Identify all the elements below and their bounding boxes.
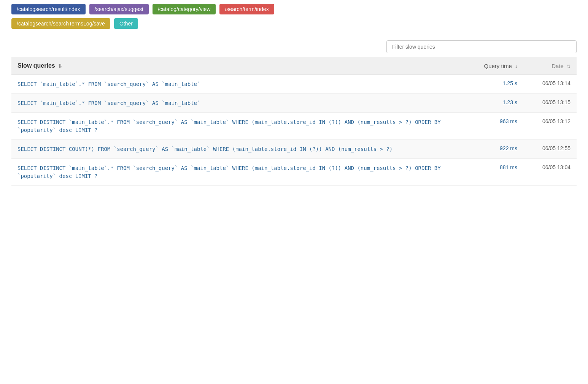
query-time-cell: 1.23 s [466,94,523,113]
query-text: SELECT DISTINCT `main_table`.* FROM `sea… [17,165,441,179]
sort-icon-query-time: ↓ [515,64,517,69]
query-text: SELECT DISTINCT COUNT(*) FROM `search_qu… [17,146,393,152]
query-time-cell: 1.25 s [466,75,523,94]
query-text: SELECT `main_table`.* FROM `search_query… [17,100,200,106]
query-time-cell: 963 ms [466,113,523,140]
table-row[interactable]: SELECT DISTINCT `main_table`.* FROM `sea… [11,113,577,140]
col-header-date[interactable]: Date ⇅ [523,57,577,75]
table-row[interactable]: SELECT `main_table`.* FROM `search_query… [11,94,577,113]
query-date-cell: 06/05 13:14 [523,75,577,94]
table-row[interactable]: SELECT DISTINCT COUNT(*) FROM `search_qu… [11,140,577,159]
sort-icon-slow-queries: ⇅ [58,63,62,69]
filter-slow-queries-input[interactable] [386,40,577,53]
col-header-slow-queries[interactable]: Slow queries ⇅ [11,57,466,75]
query-cell: SELECT DISTINCT `main_table`.* FROM `sea… [11,159,466,186]
legend-tag-search-ajax-suggest[interactable]: /search/ajax/suggest [89,4,149,14]
table-row[interactable]: SELECT `main_table`.* FROM `search_query… [11,75,577,94]
query-date-cell: 06/05 13:15 [523,94,577,113]
legend-tag-other[interactable]: Other [114,18,138,29]
table-body: SELECT `main_table`.* FROM `search_query… [11,75,577,186]
page-container: /catalogsearch/result/index /search/ajax… [0,0,588,197]
legend-row-1: /catalogsearch/result/index /search/ajax… [11,4,577,14]
col-header-query-time[interactable]: Query time ↓ [466,57,523,75]
query-cell: SELECT DISTINCT `main_table`.* FROM `sea… [11,113,466,140]
query-text: SELECT DISTINCT `main_table`.* FROM `sea… [17,119,441,133]
query-date-cell: 06/05 13:12 [523,113,577,140]
legend-row-2: /catalogsearch/searchTermsLog/save Other [11,18,577,29]
query-cell: SELECT `main_table`.* FROM `search_query… [11,94,466,113]
query-time-cell: 922 ms [466,140,523,159]
query-date-cell: 06/05 13:04 [523,159,577,186]
slow-queries-table: Slow queries ⇅ Query time ↓ Date ⇅ SELEC… [11,57,577,186]
query-cell: SELECT DISTINCT COUNT(*) FROM `search_qu… [11,140,466,159]
query-date-cell: 06/05 12:55 [523,140,577,159]
sort-icon-date: ⇅ [567,64,571,69]
legend-tag-search-term-index[interactable]: /search/term/index [219,4,274,14]
filter-area [11,40,577,53]
legend-tag-catalog-category-view[interactable]: /catalog/category/view [153,4,216,14]
legend-tag-catalogsearch-result[interactable]: /catalogsearch/result/index [11,4,86,14]
table-row[interactable]: SELECT DISTINCT `main_table`.* FROM `sea… [11,159,577,186]
query-time-cell: 881 ms [466,159,523,186]
table-header-row: Slow queries ⇅ Query time ↓ Date ⇅ [11,57,577,75]
query-text: SELECT `main_table`.* FROM `search_query… [17,81,200,87]
query-cell: SELECT `main_table`.* FROM `search_query… [11,75,466,94]
legend-tag-catalogsearch-searchtermslog[interactable]: /catalogsearch/searchTermsLog/save [11,18,110,29]
